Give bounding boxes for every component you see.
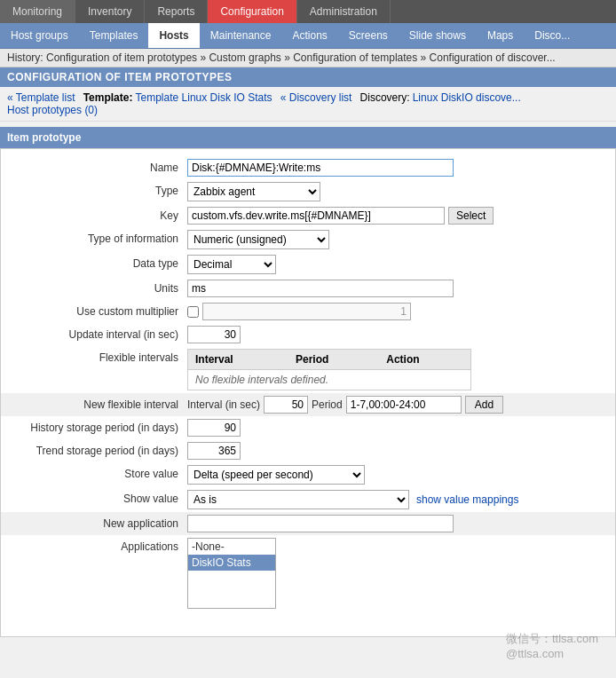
flexible-table: Interval Period Action No flexible inter… (187, 349, 471, 390)
trend-control (187, 442, 606, 460)
key-input[interactable] (187, 207, 445, 225)
show-label: Show value (10, 490, 187, 505)
units-input[interactable] (187, 280, 454, 297)
section-header: CONFIGURATION OF ITEM PROTOTYPES (0, 67, 616, 87)
applications-list[interactable]: -None- DiskIO Stats (187, 538, 276, 609)
flexible-row: Flexible intervals Interval Period Actio… (1, 346, 615, 393)
datatype-select[interactable]: Decimal Octal Hexadecimal Boolean (187, 255, 276, 274)
trend-input[interactable] (187, 442, 241, 460)
nav-hosts[interactable]: Hosts (148, 23, 199, 48)
apps-control: -None- DiskIO Stats (187, 538, 606, 609)
multiplier-checkbox[interactable] (187, 306, 199, 318)
nav-maps[interactable]: Maps (477, 23, 524, 48)
second-navigation: Host groups Templates Hosts Maintenance … (0, 23, 616, 49)
datatype-label: Data type (10, 255, 187, 270)
nav-screens[interactable]: Screens (338, 23, 399, 48)
units-control (187, 280, 606, 297)
typeinfo-control: Numeric (unsigned) Numeric (float) Chara… (187, 230, 606, 249)
key-control: Select (187, 207, 606, 225)
item-prototype-header: Item prototype (0, 127, 616, 148)
select-button[interactable]: Select (448, 207, 494, 225)
nav-reports[interactable]: Reports (145, 0, 208, 23)
name-control (187, 159, 606, 177)
history-row: History storage period (in days) (1, 416, 615, 439)
multiplier-row: Use custom multiplier (1, 300, 615, 323)
key-label: Key (10, 207, 187, 222)
nav-maintenance[interactable]: Maintenance (200, 23, 282, 48)
template-list-link[interactable]: « Template list (7, 91, 75, 104)
name-row: Name (1, 156, 615, 179)
nav-templates[interactable]: Templates (79, 23, 149, 48)
name-input[interactable] (187, 159, 454, 177)
nav-slideshows[interactable]: Slide shows (399, 23, 477, 48)
discovery-name-link[interactable]: Linux DiskIO discove... (413, 91, 521, 104)
new-flexible-control: Interval (in sec) Period Add (187, 396, 606, 414)
type-label: Type (10, 182, 187, 197)
breadcrumb-text: History: Configuration of item prototype… (7, 51, 556, 64)
new-app-input[interactable] (187, 515, 454, 532)
store-control: As is Delta (speed per second) Delta (si… (187, 465, 606, 485)
discovery-prefix: Discovery: (360, 91, 410, 104)
nav-configuration[interactable]: Configuration (208, 0, 296, 23)
interval-label: Update interval (in sec) (10, 326, 187, 341)
breadcrumb: History: Configuration of item prototype… (0, 49, 616, 67)
apps-row: Applications -None- DiskIO Stats (1, 535, 615, 611)
multiplier-label: Use custom multiplier (10, 303, 187, 318)
flex-col-interval: Interval (188, 350, 288, 370)
nav-inventory[interactable]: Inventory (75, 0, 145, 23)
name-label: Name (10, 159, 187, 174)
new-app-label: New application (10, 515, 187, 530)
app-item-none[interactable]: -None- (188, 539, 275, 555)
history-label: History storage period (in days) (10, 419, 187, 434)
typeinfo-label: Type of information (10, 230, 187, 245)
new-app-row: New application (1, 512, 615, 535)
new-app-control (187, 515, 606, 532)
apps-label: Applications (10, 538, 187, 553)
top-navigation: Monitoring Inventory Reports Configurati… (0, 0, 616, 23)
flex-col-action: Action (379, 350, 470, 370)
discovery-list-link[interactable]: « Discovery list (280, 91, 352, 104)
show-value-select[interactable]: As is (187, 490, 409, 509)
flexible-control: Interval Period Action No flexible inter… (187, 349, 606, 390)
new-flexible-label: New flexible interval (10, 396, 187, 411)
history-input[interactable] (187, 419, 241, 437)
trend-row: Trend storage period (in days) (1, 439, 615, 462)
new-flexible-row: New flexible interval Interval (in sec) … (1, 393, 615, 416)
key-row: Key Select (1, 204, 615, 227)
template-name-link[interactable]: Template Linux Disk IO Stats (136, 91, 272, 104)
multiplier-input[interactable] (202, 303, 411, 320)
flex-interval-input[interactable] (264, 396, 308, 414)
type-control: Zabbix agent Zabbix agent (active) Simpl… (187, 182, 606, 201)
store-label: Store value (10, 465, 187, 480)
nav-actions[interactable]: Actions (281, 23, 337, 48)
multiplier-control (187, 303, 606, 320)
datatype-control: Decimal Octal Hexadecimal Boolean (187, 255, 606, 274)
datatype-row: Data type Decimal Octal Hexadecimal Bool… (1, 252, 615, 277)
nav-monitoring[interactable]: Monitoring (0, 0, 75, 23)
type-select[interactable]: Zabbix agent Zabbix agent (active) Simpl… (187, 182, 320, 201)
type-row: Type Zabbix agent Zabbix agent (active) … (1, 179, 615, 204)
add-button[interactable]: Add (465, 396, 503, 414)
nav-host-groups[interactable]: Host groups (0, 23, 79, 48)
interval-input[interactable] (187, 326, 241, 343)
nav-disco[interactable]: Disco... (524, 23, 580, 48)
history-control (187, 419, 606, 437)
show-value-mappings-link[interactable]: show value mappings (416, 493, 518, 506)
sub-breadcrumb: « Template list Template: Template Linux… (0, 87, 616, 122)
units-row: Units (1, 277, 615, 300)
flex-period-label: Period (312, 398, 343, 411)
flexible-label: Flexible intervals (10, 349, 187, 364)
store-select[interactable]: As is Delta (speed per second) Delta (si… (187, 465, 365, 485)
nav-administration[interactable]: Administration (297, 0, 391, 23)
host-prototypes-link[interactable]: Host prototypes (0) (7, 104, 98, 116)
flex-no-data: No flexible intervals defined. (188, 370, 471, 390)
flex-period-input[interactable] (346, 396, 462, 414)
flex-col-period: Period (288, 350, 379, 370)
interval-row: Update interval (in sec) (1, 323, 615, 346)
app-item-diskio[interactable]: DiskIO Stats (188, 555, 275, 571)
typeinfo-row: Type of information Numeric (unsigned) N… (1, 227, 615, 252)
store-row: Store value As is Delta (speed per secon… (1, 462, 615, 487)
template-prefix: Template: (83, 91, 133, 104)
typeinfo-select[interactable]: Numeric (unsigned) Numeric (float) Chara… (187, 230, 329, 249)
units-label: Units (10, 280, 187, 295)
